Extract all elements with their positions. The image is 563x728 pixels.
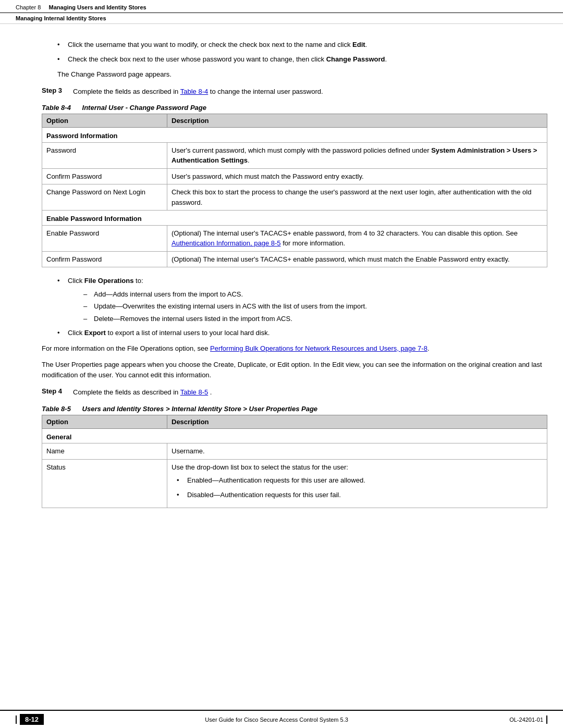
option-cell: Confirm Password xyxy=(42,251,167,267)
list-item: Update—Overwrites the existing internal … xyxy=(83,301,547,312)
export-bullet: Click Export to export a list of interna… xyxy=(68,329,270,337)
page-wrapper: Chapter 8 Managing Users and Identity St… xyxy=(0,0,563,728)
table-row: Change Password on Next Login Check this… xyxy=(42,184,547,211)
list-item: Enabled—Authentication requests for this… xyxy=(177,475,543,486)
footer-center-text: User Guide for Cisco Secure Access Contr… xyxy=(44,717,509,723)
bullet-text-2: Check the check box next to the user who… xyxy=(68,55,387,63)
table4-num: Table 8-4 xyxy=(42,104,71,112)
list-item: Click Export to export a list of interna… xyxy=(57,328,547,338)
section-title-general: General xyxy=(42,428,547,443)
status-sub-bullets: Enabled—Authentication requests for this… xyxy=(177,475,543,500)
footer-bar-line xyxy=(16,715,17,724)
list-item: Delete—Removes the internal users listed… xyxy=(83,314,547,324)
more-info-para: For more information on the File Operati… xyxy=(42,343,547,354)
password-info-section: Password Information xyxy=(42,128,547,143)
table4: Option Description Password Information … xyxy=(42,114,547,267)
description-cell: (Optional) The internal user's TACACS+ e… xyxy=(167,251,547,267)
table-row: Confirm Password (Optional) The internal… xyxy=(42,251,547,267)
step3-row: Step 3 Complete the fields as described … xyxy=(42,87,547,97)
section-title-enable: Enable Password Information xyxy=(42,211,547,226)
list-item: Click File Operations to: Add—Adds inter… xyxy=(57,276,547,324)
change-password-appears: The Change Password page appears. xyxy=(57,69,547,80)
description-cell: Check this box to start the process to c… xyxy=(167,184,547,211)
chapter-title: Managing Users and Identity Stores xyxy=(49,4,146,10)
description-cell: Use the drop-down list box to select the… xyxy=(167,459,547,508)
table-row: Enable Password (Optional) The internal … xyxy=(42,225,547,251)
bullet-text-1: Click the username that you want to modi… xyxy=(68,41,367,48)
auth-info-link[interactable]: Authentication Information, page 8-5 xyxy=(172,239,281,247)
description-cell: (Optional) The internal user's TACACS+ e… xyxy=(167,225,547,251)
table5-header-option: Option xyxy=(42,415,167,428)
dash-list: Add—Adds internal users from the import … xyxy=(83,289,547,324)
step3-content: Complete the fields as described in Tabl… xyxy=(73,87,547,97)
table5-header-description: Description xyxy=(167,415,547,428)
add-item: Add—Adds internal users from the import … xyxy=(94,290,243,298)
footer-doc-id: OL-24201-01 xyxy=(509,717,543,723)
edit-bold: Edit xyxy=(352,41,365,48)
footer-page-num: 8-12 xyxy=(20,714,44,725)
step4-content: Complete the fields as described in Tabl… xyxy=(73,387,547,398)
bold-text: System Administration > Users > Authenti… xyxy=(172,146,537,165)
list-item: Disabled—Authentication requests for thi… xyxy=(177,490,543,500)
step4-label: Step 4 xyxy=(42,387,73,398)
file-ops-intro: Click File Operations to: xyxy=(68,277,143,285)
table4-title: Internal User - Change Password Page xyxy=(82,104,206,112)
intro-bullet-list: Click the username that you want to modi… xyxy=(57,40,547,64)
table4-caption: Table 8-4 Internal User - Change Passwor… xyxy=(42,104,547,112)
table4-header-description: Description xyxy=(167,114,547,128)
export-bold: Export xyxy=(84,329,106,337)
delete-item: Delete—Removes the internal users listed… xyxy=(94,315,292,323)
general-section: General xyxy=(42,428,547,443)
footer-left: 8-12 xyxy=(16,714,44,725)
option-cell: Name xyxy=(42,443,167,460)
table-row: Confirm Password User's password, which … xyxy=(42,168,547,184)
step3-label: Step 3 xyxy=(42,87,73,97)
file-ops-bullet-list: Click File Operations to: Add—Adds inter… xyxy=(57,276,547,338)
chapter-label: Chapter 8 xyxy=(16,4,41,10)
header-chapter-info: Chapter 8 Managing Users and Identity St… xyxy=(16,4,146,10)
list-item: Click the username that you want to modi… xyxy=(57,40,547,50)
step4-row: Step 4 Complete the fields as described … xyxy=(42,387,547,398)
footer-bar-line-right xyxy=(546,715,547,724)
enable-password-section: Enable Password Information xyxy=(42,211,547,226)
table5-title: Users and Identity Stores > Internal Ide… xyxy=(82,405,318,413)
list-item: Add—Adds internal users from the import … xyxy=(83,289,547,300)
file-ops-bold: File Operations xyxy=(84,277,134,285)
table5-caption: Table 8-5 Users and Identity Stores > In… xyxy=(42,405,547,413)
option-cell: Confirm Password xyxy=(42,168,167,184)
page-subheader: Managing Internal Identity Stores xyxy=(0,13,563,24)
option-cell: Enable Password xyxy=(42,225,167,251)
edit-view-para: The User Properties page appears when yo… xyxy=(42,360,547,381)
section-title-password: Password Information xyxy=(42,128,547,143)
table-row: Status Use the drop-down list box to sel… xyxy=(42,459,547,508)
description-cell: Username. xyxy=(167,443,547,460)
table5-num: Table 8-5 xyxy=(42,405,71,413)
description-cell: User's password, which must match the Pa… xyxy=(167,168,547,184)
page-header: Chapter 8 Managing Users and Identity St… xyxy=(0,0,563,13)
table5: Option Description General Name Username… xyxy=(42,415,547,509)
update-item: Update—Overwrites the existing internal … xyxy=(94,302,367,310)
footer-right-bar: OL-24201-01 xyxy=(509,715,547,724)
bulk-ops-link[interactable]: Performing Bulk Operations for Network R… xyxy=(210,344,427,352)
change-password-bold: Change Password xyxy=(326,55,385,63)
table4-link[interactable]: Table 8-4 xyxy=(180,88,208,95)
option-cell: Status xyxy=(42,459,167,508)
main-content: Click the username that you want to modi… xyxy=(0,24,563,527)
footer-right-text: OL-24201-01 xyxy=(509,715,547,724)
table5-link[interactable]: Table 8-5 xyxy=(180,388,208,396)
table4-header-option: Option xyxy=(42,114,167,128)
table-row: Password User's current password, which … xyxy=(42,142,547,168)
option-cell: Password xyxy=(42,142,167,168)
table-row: Name Username. xyxy=(42,443,547,460)
section-title: Managing Internal Identity Stores xyxy=(16,15,106,21)
list-item: Check the check box next to the user who… xyxy=(57,54,547,65)
option-cell: Change Password on Next Login xyxy=(42,184,167,211)
description-cell: User's current password, which must comp… xyxy=(167,142,547,168)
page-footer: 8-12 User Guide for Cisco Secure Access … xyxy=(0,710,563,728)
